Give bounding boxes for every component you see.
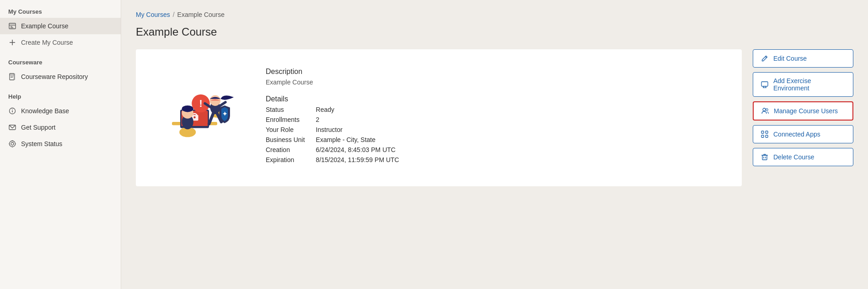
connected-apps-button[interactable]: Connected Apps <box>753 125 853 143</box>
add-exercise-env-button[interactable]: Add Exercise Environment <box>753 72 853 97</box>
role-label: Your Role <box>266 126 305 133</box>
details-title: Details <box>266 95 727 103</box>
svg-rect-48 <box>766 131 768 133</box>
svg-rect-51 <box>762 155 767 160</box>
status-value: Ready <box>316 106 727 113</box>
svg-point-46 <box>766 109 768 110</box>
sidebar: My Courses Example Course Create My Cour… <box>0 0 121 289</box>
plus-icon <box>8 38 16 47</box>
edit-icon <box>761 54 769 63</box>
sidebar-item-system-status[interactable]: System Status <box>0 136 121 152</box>
users-icon <box>761 107 769 115</box>
business-unit-label: Business Unit <box>266 136 305 143</box>
role-value: Instructor <box>316 126 727 133</box>
grid-icon <box>761 130 769 138</box>
support-icon <box>8 123 16 131</box>
svg-point-30 <box>182 105 193 112</box>
knowledge-base-label: Knowledge Base <box>21 107 69 115</box>
svg-text:✦: ✦ <box>222 111 227 117</box>
svg-rect-10 <box>14 74 15 80</box>
course-card: ! <box>136 49 742 186</box>
expiration-label: Expiration <box>266 156 305 163</box>
sidebar-item-get-support[interactable]: Get Support <box>0 119 121 136</box>
svg-rect-49 <box>761 135 764 137</box>
svg-line-40 <box>766 57 767 58</box>
details-grid: Status Ready Enrollments 2 Your Role Ins… <box>266 106 727 163</box>
sidebar-item-create-course[interactable]: Create My Course <box>0 34 121 51</box>
courseware-section-label: Courseware <box>0 51 121 68</box>
example-course-label: Example Course <box>21 22 69 30</box>
delete-course-label: Delete Course <box>773 153 814 161</box>
svg-point-15 <box>10 141 16 147</box>
svg-point-16 <box>11 142 14 145</box>
svg-rect-6 <box>10 74 14 80</box>
svg-point-45 <box>763 108 766 111</box>
trash-icon <box>761 153 769 161</box>
description-title: Description <box>266 68 727 76</box>
sidebar-item-knowledge-base[interactable]: Knowledge Base <box>0 103 121 119</box>
creation-value: 6/24/2024, 8:45:03 PM UTC <box>316 146 727 153</box>
monitor-icon <box>761 80 769 89</box>
svg-point-26 <box>193 116 196 119</box>
courseware-repo-label: Courseware Repository <box>21 73 88 80</box>
breadcrumb: My Courses / Example Course <box>136 11 853 18</box>
svg-rect-41 <box>761 82 768 86</box>
course-illustration: ! <box>150 64 251 155</box>
svg-rect-47 <box>761 131 764 133</box>
book-icon <box>8 73 16 81</box>
edit-course-label: Edit Course <box>773 55 807 62</box>
status-icon <box>8 140 16 148</box>
sidebar-item-courseware-repo[interactable]: Courseware Repository <box>0 68 121 85</box>
svg-rect-0 <box>9 23 16 29</box>
help-section-label: Help <box>0 85 121 103</box>
enrollments-value: 2 <box>316 116 727 123</box>
edit-course-button[interactable]: Edit Course <box>753 49 853 68</box>
actions-panel: Edit Course Add Exercise Environment <box>753 49 853 166</box>
expiration-value: 8/15/2024, 11:59:59 PM UTC <box>316 156 727 163</box>
delete-course-button[interactable]: Delete Course <box>753 148 853 166</box>
connected-apps-label: Connected Apps <box>773 131 820 138</box>
sidebar-item-example-course[interactable]: Example Course <box>0 18 121 34</box>
add-exercise-env-label: Add Exercise Environment <box>773 77 846 92</box>
business-unit-value: Example - City, State <box>316 136 727 143</box>
svg-point-13 <box>12 109 13 110</box>
my-courses-section-label: My Courses <box>0 0 121 18</box>
status-label: Status <box>266 106 305 113</box>
manage-course-users-button[interactable]: Manage Course Users <box>753 101 853 121</box>
description-value: Example Course <box>266 79 727 86</box>
breadcrumb-separator: / <box>173 11 175 18</box>
info-icon <box>8 107 16 115</box>
content-area: ! <box>136 49 853 186</box>
breadcrumb-link-my-courses[interactable]: My Courses <box>136 11 170 18</box>
create-course-label: Create My Course <box>21 39 73 46</box>
svg-rect-50 <box>766 135 768 137</box>
enrollments-label: Enrollments <box>266 116 305 123</box>
breadcrumb-current: Example Course <box>177 11 225 18</box>
svg-text:!: ! <box>199 98 202 109</box>
course-info: Description Example Course Details Statu… <box>266 64 727 163</box>
get-support-label: Get Support <box>21 124 56 131</box>
page-title: Example Course <box>136 26 853 38</box>
creation-label: Creation <box>266 146 305 153</box>
course-icon <box>8 22 16 30</box>
main-content: My Courses / Example Course Example Cour… <box>121 0 868 289</box>
manage-course-users-label: Manage Course Users <box>774 107 838 115</box>
system-status-label: System Status <box>21 140 62 147</box>
